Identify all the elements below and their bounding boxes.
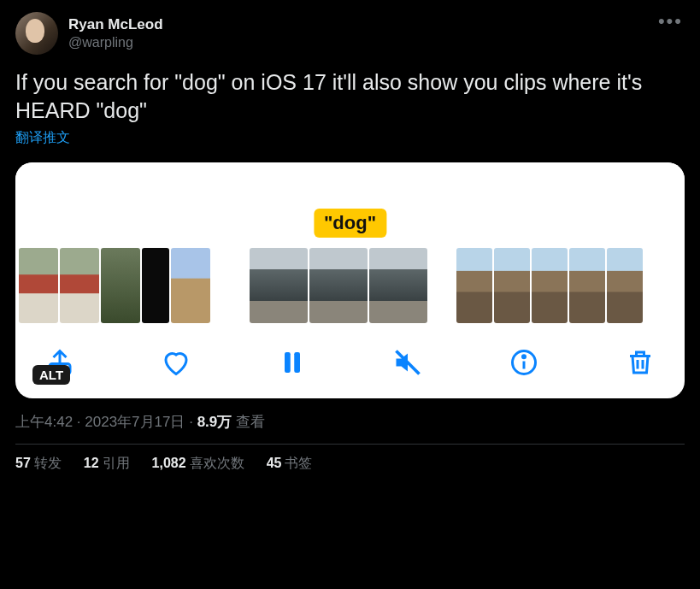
- media-controls: [15, 330, 685, 386]
- avatar[interactable]: [15, 12, 58, 55]
- svg-rect-1: [285, 352, 291, 373]
- stat-bookmarks[interactable]: 45书签: [267, 455, 313, 473]
- clip-frame: [142, 248, 169, 323]
- pause-icon[interactable]: [277, 347, 308, 378]
- clip-frame: [60, 248, 99, 323]
- display-name: Ryan McLeod: [68, 15, 163, 33]
- clip-frame: [171, 248, 210, 323]
- stat-quotes[interactable]: 12引用: [84, 455, 130, 473]
- divider: [15, 444, 685, 445]
- clip-frame: [569, 248, 605, 323]
- clip-frame: [101, 248, 140, 323]
- handle: @warpling: [68, 34, 163, 51]
- playhead[interactable]: [241, 244, 246, 328]
- media-card[interactable]: "dog": [15, 162, 685, 398]
- svg-rect-2: [294, 352, 300, 373]
- mute-icon[interactable]: [392, 347, 423, 378]
- clip-frame: [250, 248, 308, 323]
- alt-badge[interactable]: ALT: [32, 365, 70, 385]
- tweet-text: If you search for "dog" on iOS 17 it'll …: [15, 68, 685, 124]
- views-label: 查看: [232, 414, 265, 430]
- views-count: 8.9万: [197, 414, 232, 430]
- media-top: "dog": [15, 162, 685, 238]
- clip-frame: [494, 248, 530, 323]
- tweet-container: ••• Ryan McLeod @warpling If you search …: [0, 0, 700, 481]
- clip-frame: [19, 248, 58, 323]
- clip-frame: [456, 248, 492, 323]
- clip-group-2[interactable]: [239, 248, 427, 325]
- author-block[interactable]: Ryan McLeod @warpling: [68, 15, 163, 50]
- clip-group-3[interactable]: [456, 248, 643, 325]
- stat-retweets[interactable]: 57转发: [15, 455, 62, 473]
- tweet-time[interactable]: 上午4:42: [15, 414, 73, 430]
- tweet-stats: 57转发 12引用 1,082喜欢次数 45书签: [15, 455, 685, 473]
- trash-icon[interactable]: [625, 347, 656, 378]
- tweet-meta: 上午4:42 · 2023年7月17日 · 8.9万 查看: [15, 412, 685, 432]
- info-icon[interactable]: [509, 347, 539, 378]
- stat-likes[interactable]: 1,082喜欢次数: [152, 455, 244, 473]
- heart-icon[interactable]: [161, 347, 191, 378]
- clip-group-1[interactable]: [19, 248, 210, 325]
- more-options-icon[interactable]: •••: [658, 10, 683, 32]
- svg-point-6: [523, 356, 526, 358]
- clip-frame: [369, 248, 427, 323]
- clip-frame: [532, 248, 568, 323]
- tweet-date[interactable]: 2023年7月17日: [85, 414, 185, 430]
- tweet-header: Ryan McLeod @warpling: [15, 12, 685, 55]
- clip-frame: [309, 248, 368, 323]
- translate-link[interactable]: 翻译推文: [15, 129, 70, 147]
- clip-frame: [607, 248, 643, 323]
- video-scrubber[interactable]: [15, 238, 685, 330]
- search-tag: "dog": [314, 209, 386, 238]
